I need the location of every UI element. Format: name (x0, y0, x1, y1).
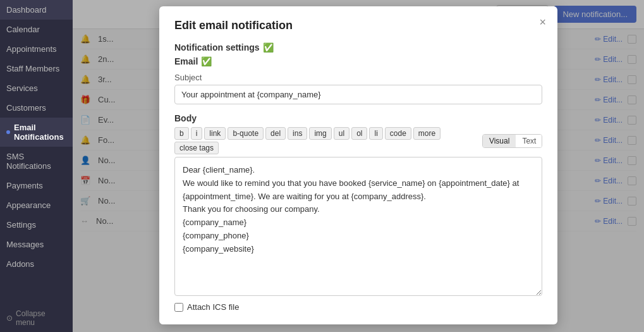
sidebar-item-label: Staff Members (6, 64, 59, 73)
sidebar-item-label: Calendar (6, 25, 40, 34)
sidebar-item-label: Services (6, 83, 38, 93)
sidebar-item-appointments[interactable]: Appointments (0, 39, 73, 59)
subject-field-label: Subject (174, 73, 542, 82)
sidebar-item-appearance[interactable]: Appearance (0, 195, 73, 215)
attach-ics-row: Attach ICS file (174, 302, 542, 312)
view-toggle: Visual Text (482, 134, 542, 148)
sidebar-item-staff-members[interactable]: Staff Members (0, 59, 73, 78)
blockquote-button[interactable]: b-quote (228, 127, 264, 140)
sidebar-item-label: Addons (6, 259, 34, 269)
modal-overlay: Edit email notification × Notification s… (73, 0, 644, 332)
more-button[interactable]: more (413, 127, 440, 140)
sidebar-item-settings[interactable]: Settings (0, 215, 73, 235)
sidebar-item-messages[interactable]: Messages (0, 235, 73, 254)
notification-settings-section: Notification settings ✅ (174, 42, 542, 52)
email-section: Email ✅ (174, 56, 542, 66)
sidebar-item-label: Customers (6, 103, 46, 113)
collapse-icon: ⊙ (6, 314, 13, 323)
attach-ics-checkbox[interactable] (174, 303, 183, 312)
sidebar-item-label: Dashboard (6, 5, 47, 15)
sidebar-item-label: Messages (6, 240, 44, 249)
modal-title: Edit email notification (174, 19, 542, 32)
italic-button[interactable]: i (191, 127, 203, 140)
modal-close-button[interactable]: × (539, 16, 546, 28)
sidebar-item-calendar[interactable]: Calendar (0, 20, 73, 39)
sidebar-item-label: SMS Notifications (6, 152, 66, 171)
code-button[interactable]: code (385, 127, 411, 140)
sidebar: Dashboard Calendar Appointments Staff Me… (0, 0, 73, 332)
sidebar-item-sms-notifications[interactable]: SMS Notifications (0, 147, 73, 176)
sidebar-item-label: Appearance (6, 200, 51, 210)
text-view-button[interactable]: Text (516, 135, 542, 147)
active-indicator (6, 130, 10, 134)
sidebar-item-dashboard[interactable]: Dashboard (0, 0, 73, 20)
ol-button[interactable]: ol (351, 127, 367, 140)
link-button[interactable]: link (204, 127, 226, 140)
sidebar-item-payments[interactable]: Payments (0, 176, 73, 195)
sidebar-item-label: Settings (6, 220, 36, 230)
sidebar-item-customers[interactable]: Customers (0, 98, 73, 118)
check-circle-icon: ✅ (263, 42, 274, 52)
edit-email-notification-modal: Edit email notification × Notification s… (159, 6, 557, 324)
ul-button[interactable]: ul (334, 127, 349, 140)
sidebar-item-label: Payments (6, 181, 43, 190)
notification-settings-label: Notification settings (174, 42, 260, 52)
sidebar-item-label: Email Notifications (14, 123, 66, 142)
attach-ics-label: Attach ICS file (187, 302, 239, 312)
email-label: Email (174, 56, 198, 66)
check-circle-icon-email: ✅ (201, 56, 212, 66)
editor-toolbar: b i link b-quote del ins img ul ol li co… (174, 127, 542, 154)
visual-view-button[interactable]: Visual (483, 135, 516, 147)
collapse-menu-label: Collapse menu (16, 309, 66, 327)
li-button[interactable]: li (369, 127, 382, 140)
main-content: Settings... New notification... 🔔 1s... … (73, 0, 644, 332)
sidebar-item-email-notifications[interactable]: Email Notifications (0, 118, 73, 147)
ins-button[interactable]: ins (288, 127, 307, 140)
subject-input[interactable] (174, 85, 542, 104)
del-button[interactable]: del (265, 127, 286, 140)
sidebar-item-label: Appointments (6, 44, 57, 54)
bold-button[interactable]: b (174, 127, 189, 140)
img-button[interactable]: img (309, 127, 331, 140)
body-editor[interactable]: Dear {client_name}. We would like to rem… (174, 157, 542, 296)
close-tags-button[interactable]: close tags (174, 142, 219, 154)
editor-format-buttons: b i link b-quote del ins img ul ol li co… (174, 127, 482, 154)
body-label: Body (174, 113, 542, 123)
sidebar-item-addons[interactable]: Addons (0, 254, 73, 274)
collapse-menu-button[interactable]: ⊙ Collapse menu (0, 304, 73, 332)
sidebar-item-services[interactable]: Services (0, 78, 73, 98)
